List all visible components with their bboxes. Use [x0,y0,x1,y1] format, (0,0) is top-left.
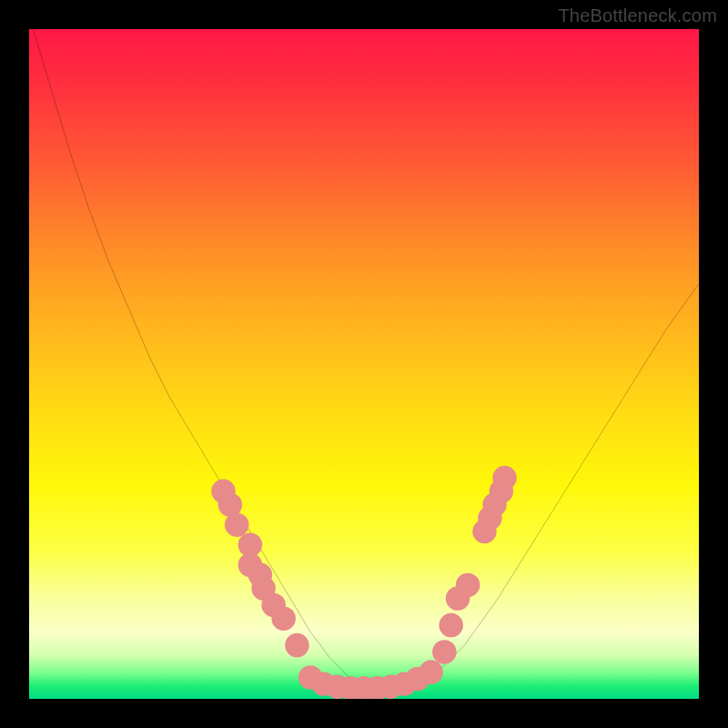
chart-svg [29,29,699,699]
sample-point [432,640,456,663]
sample-point [285,633,308,657]
watermark: TheBottleneck.com [558,5,717,26]
sample-point [492,466,516,490]
sample-point [271,606,295,630]
sample-point [456,573,480,597]
sample-point [225,512,248,536]
sample-point [419,660,442,683]
sample-point [439,613,462,637]
bottleneck-curve [29,29,699,689]
sample-points [211,466,517,699]
